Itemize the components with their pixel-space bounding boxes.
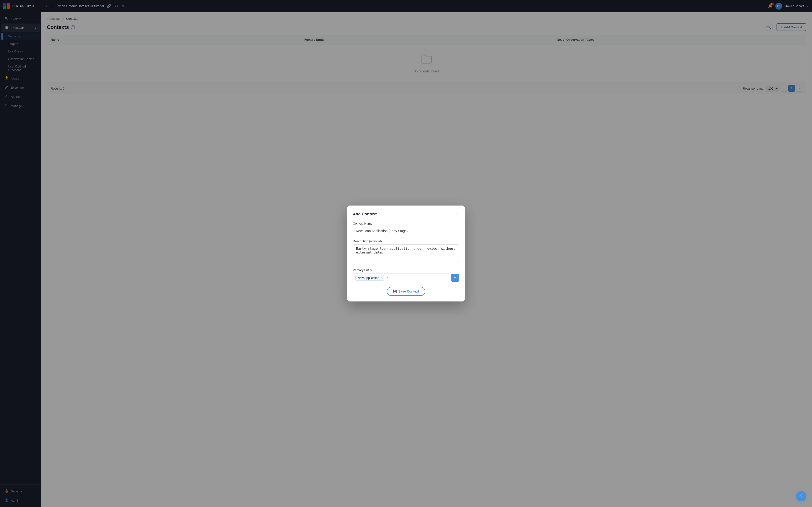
modal-title: Add Context <box>353 212 377 217</box>
entity-field: New Application × × + <box>353 273 459 282</box>
context-name-group: Context Name <box>353 222 459 235</box>
add-entity-button[interactable]: + <box>451 274 459 282</box>
save-context-button[interactable]: 💾 Save Context <box>387 287 425 296</box>
context-name-label: Context Name <box>353 222 459 225</box>
modal-footer: 💾 Save Context <box>353 287 459 296</box>
description-group: Description (optional) Early-stage loan … <box>353 239 459 264</box>
entity-tag-remove-button[interactable]: × <box>380 276 382 279</box>
description-textarea[interactable]: Early-stage loan application under revie… <box>353 244 459 263</box>
modal-close-button[interactable]: × <box>454 211 459 217</box>
entity-input-wrapper[interactable]: New Application × × <box>353 273 449 282</box>
help-fab-button[interactable]: ? <box>796 491 806 501</box>
description-label: Description (optional) <box>353 239 459 243</box>
primary-entity-label: Primary Entity <box>353 268 459 272</box>
add-context-modal: Add Context × Context Name Description (… <box>347 206 465 301</box>
primary-entity-group: Primary Entity New Application × × + <box>353 268 459 282</box>
save-context-label: Save Context <box>398 289 419 293</box>
entity-tag-label: New Application <box>358 276 379 280</box>
modal-header: Add Context × <box>353 211 459 217</box>
save-icon: 💾 <box>393 289 397 293</box>
help-icon: ? <box>800 494 802 499</box>
entity-clear-button[interactable]: × <box>385 275 389 280</box>
entity-tag: New Application × <box>356 275 384 281</box>
modal-backdrop[interactable]: Add Context × Context Name Description (… <box>0 0 812 507</box>
context-name-input[interactable] <box>353 227 459 235</box>
